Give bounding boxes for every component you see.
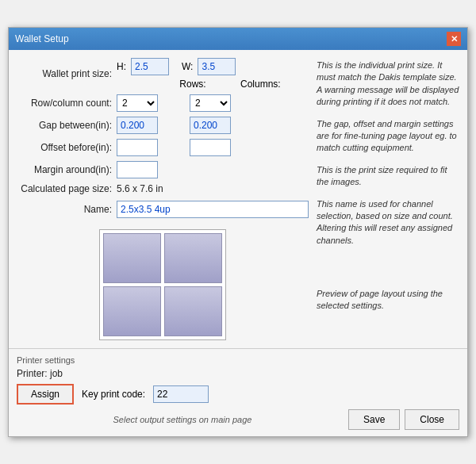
preview-cell-1 [103, 233, 161, 283]
right-panel: This is the individual print size. It mu… [317, 58, 459, 340]
hint-4: This name is used for channel selection,… [317, 198, 459, 247]
assign-row: Assign Key print code: [17, 384, 459, 405]
offset-input-2[interactable] [190, 139, 231, 156]
select-output-text: Select output settings on main page [17, 415, 348, 424]
rows-header: Rows: [174, 79, 212, 90]
gap-input-2[interactable] [190, 117, 231, 134]
close-icon[interactable]: ✕ [447, 32, 461, 46]
footer-buttons: Save Close [348, 409, 459, 430]
main-content: Wallet print size: H: W: Rows: Columns: [9, 50, 467, 348]
offset-before-row: Offset before(in): [17, 139, 309, 156]
key-print-code-label: Key print code: [82, 389, 145, 400]
margin-around-label: Margin around(in): [17, 164, 112, 175]
name-row: Name: [17, 201, 309, 218]
printer-settings-label: Printer settings [17, 355, 459, 365]
save-button[interactable]: Save [348, 409, 400, 430]
gap-input-1[interactable] [117, 117, 158, 134]
name-label: Name: [17, 204, 112, 215]
preview-cell-3 [103, 286, 161, 336]
h-label: H: [117, 61, 126, 72]
offset-before-label: Offset before(in): [17, 142, 112, 153]
columns-dropdown[interactable]: 2 1 3 4 [190, 94, 231, 112]
gap-between-row: Gap between(in): [17, 117, 309, 134]
margin-input[interactable] [117, 161, 158, 178]
gap-between-label: Gap between(in): [17, 120, 112, 131]
calculated-page-label: Calculated page size: [17, 183, 112, 194]
key-print-code-input[interactable] [153, 385, 209, 403]
close-button[interactable]: Close [405, 409, 459, 430]
hint-1: This is the individual print size. It mu… [317, 59, 459, 109]
preview-cell-4 [164, 286, 222, 336]
dialog-title: Wallet Setup [15, 33, 69, 44]
hint-5: Preview of page layout using the selecte… [317, 288, 459, 313]
hint-2: The gap, offset and margin settings are … [317, 118, 459, 155]
height-input[interactable] [131, 58, 169, 75]
w-label: W: [182, 61, 193, 72]
bottom-section: Printer settings Printer: job Assign Key… [9, 348, 467, 436]
printer-name-label: Printer: job [17, 368, 63, 379]
printer-row: Printer: job [17, 368, 459, 379]
name-input[interactable] [117, 201, 309, 218]
footer-row: Select output settings on main page Save… [17, 409, 459, 430]
calculated-value: 5.6 x 7.6 in [117, 183, 163, 194]
title-bar: Wallet Setup ✕ [9, 28, 467, 50]
margin-around-row: Margin around(in): [17, 161, 309, 178]
preview-box [99, 229, 226, 340]
preview-area [17, 229, 309, 340]
wallet-print-size-label: Wallet print size: [17, 68, 112, 79]
offset-input-1[interactable] [117, 139, 158, 156]
row-column-count-label: Row/column count: [17, 98, 112, 109]
assign-button[interactable]: Assign [17, 384, 74, 405]
rows-dropdown[interactable]: 2 1 3 4 [117, 94, 158, 112]
columns-header: Columns: [240, 79, 278, 90]
width-input[interactable] [198, 58, 236, 75]
preview-cell-2 [164, 233, 222, 283]
wallet-size-section: Wallet print size: H: W: Rows: Columns: [17, 58, 309, 90]
hint-3: This is the print size required to fit t… [317, 164, 459, 189]
left-panel: Wallet print size: H: W: Rows: Columns: [17, 58, 309, 340]
row-column-count-row: Row/column count: 2 1 3 4 2 1 3 4 [17, 94, 309, 112]
calculated-page-row: Calculated page size: 5.6 x 7.6 in [17, 183, 309, 194]
wallet-setup-dialog: Wallet Setup ✕ Wallet print size: H: W: [8, 27, 468, 437]
